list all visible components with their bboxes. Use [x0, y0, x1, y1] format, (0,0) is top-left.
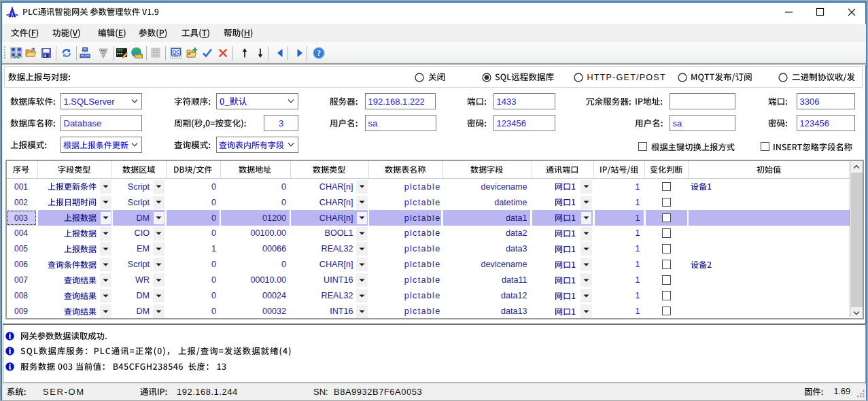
svg-text:QC: QC — [172, 49, 180, 55]
svg-text:?: ? — [317, 49, 321, 57]
